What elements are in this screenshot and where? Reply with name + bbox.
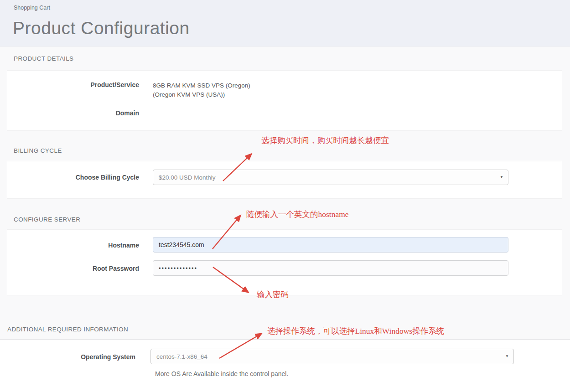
annotation-password: 输入密码 <box>257 289 289 300</box>
annotation-os: 选择操作系统，可以选择Linux和Windows操作系统 <box>267 325 444 336</box>
section-heading-configure-server: CONFIGURE SERVER <box>14 216 80 223</box>
product-service-line1: 8GB RAM KVM SSD VPS (Oregon) <box>153 81 250 90</box>
domain-label: Domain <box>7 109 139 117</box>
breadcrumb[interactable]: Shopping Cart <box>14 5 50 11</box>
page-title: Product Configuration <box>13 18 190 38</box>
root-password-label: Root Password <box>7 265 139 272</box>
operating-system-selected-value: centos-7.1-x86_64 <box>156 353 207 360</box>
os-help-text: More OS Are Available inside the control… <box>155 370 288 377</box>
product-details-panel <box>7 70 562 131</box>
annotation-hostname: 随便输入一个英文的hostname <box>246 209 349 220</box>
product-service-value: 8GB RAM KVM SSD VPS (Oregon) (Oregon KVM… <box>153 81 250 99</box>
hostname-label: Hostname <box>7 242 139 249</box>
chevron-down-icon: ▼ <box>505 355 509 358</box>
section-heading-product-details: PRODUCT DETAILS <box>14 55 74 62</box>
root-password-input[interactable] <box>153 260 508 276</box>
section-divider <box>0 339 570 340</box>
product-service-line2: (Oregon KVM VPS (USA)) <box>153 90 250 99</box>
chevron-down-icon: ▼ <box>500 175 503 179</box>
operating-system-label: Operating System <box>7 353 135 361</box>
billing-cycle-select[interactable]: $20.00 USD Monthly ▼ <box>153 170 508 185</box>
page-header: Shopping Cart Product Configuration <box>0 0 570 46</box>
section-heading-additional-info: ADDITIONAL REQUIRED INFORMATION <box>7 326 128 333</box>
section-heading-billing-cycle: BILLING CYCLE <box>14 147 62 154</box>
operating-system-select[interactable]: centos-7.1-x86_64 ▼ <box>150 349 514 364</box>
product-service-label: Product/Service <box>7 81 139 88</box>
billing-cycle-selected-value: $20.00 USD Monthly <box>159 174 216 181</box>
additional-info-panel <box>0 340 570 392</box>
hostname-input[interactable] <box>153 237 508 253</box>
billing-cycle-label: Choose Billing Cycle <box>7 174 139 181</box>
annotation-billing: 选择购买时间，购买时间越长越便宜 <box>261 135 389 146</box>
